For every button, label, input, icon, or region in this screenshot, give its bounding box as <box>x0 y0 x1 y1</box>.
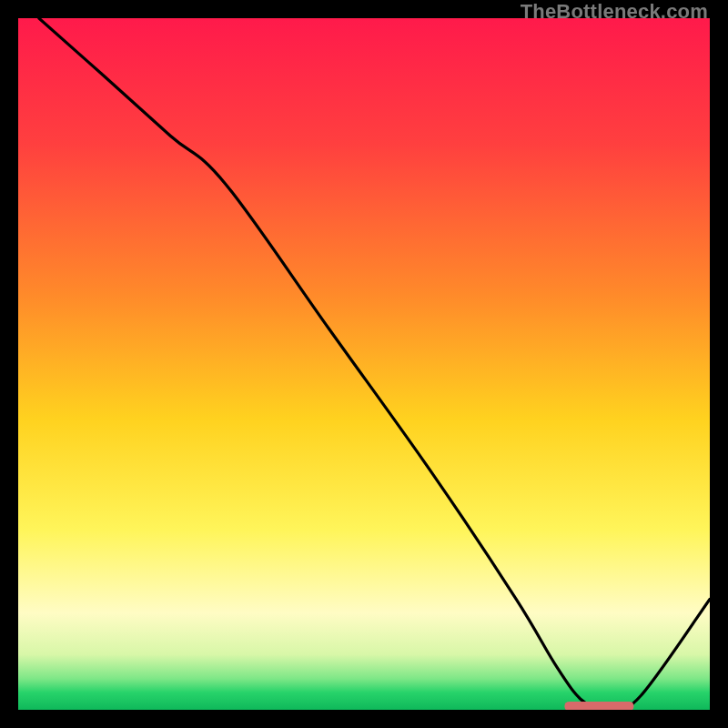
gradient-background <box>18 18 710 710</box>
optimal-range-marker <box>564 702 633 710</box>
watermark-text: TheBottleneck.com <box>521 0 708 24</box>
bottleneck-chart <box>18 18 710 710</box>
chart-frame <box>18 18 710 710</box>
